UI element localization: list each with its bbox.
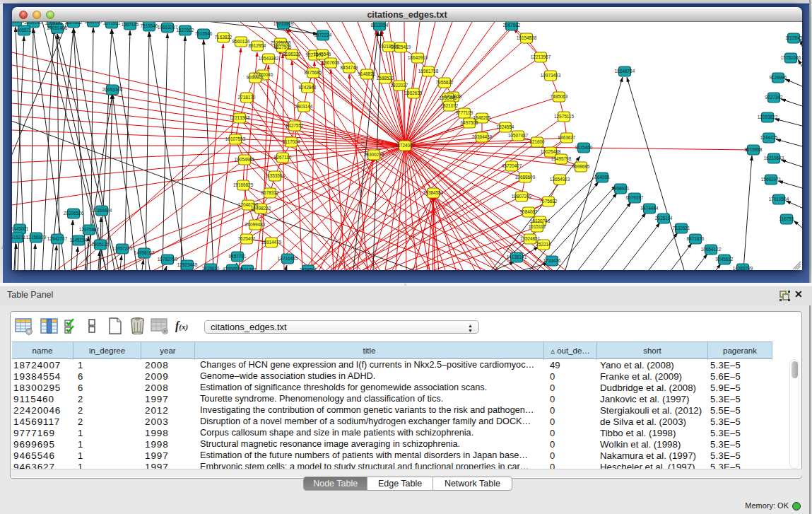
svg-text:14265799: 14265799 bbox=[733, 266, 753, 270]
svg-text:45720407: 45720407 bbox=[502, 163, 522, 168]
svg-text:9463627: 9463627 bbox=[558, 135, 576, 140]
svg-text:20053346: 20053346 bbox=[102, 87, 123, 92]
svg-text:6679197: 6679197 bbox=[626, 195, 644, 200]
svg-text:2803144: 2803144 bbox=[295, 104, 313, 109]
svg-text:13524851: 13524851 bbox=[520, 236, 541, 241]
svg-text:10973493: 10973493 bbox=[541, 73, 561, 78]
svg-text:14136141: 14136141 bbox=[507, 255, 527, 259]
svg-text:12942737: 12942737 bbox=[47, 236, 68, 241]
svg-text:2935114: 2935114 bbox=[655, 216, 673, 221]
svg-text:8267110: 8267110 bbox=[274, 155, 292, 160]
svg-text:7485063: 7485063 bbox=[551, 94, 568, 99]
svg-text:7632621: 7632621 bbox=[673, 226, 690, 230]
svg-text:11353594: 11353594 bbox=[265, 173, 285, 178]
svg-text:1527602: 1527602 bbox=[65, 22, 83, 25]
svg-text:12213967: 12213967 bbox=[531, 54, 551, 59]
svg-text:16648784: 16648784 bbox=[615, 69, 635, 74]
svg-text:9245612: 9245612 bbox=[716, 257, 734, 262]
svg-text:8958921: 8958921 bbox=[612, 186, 630, 191]
svg-text:9146821: 9146821 bbox=[358, 71, 376, 76]
svg-text:1733426: 1733426 bbox=[543, 258, 561, 263]
svg-text:18724007: 18724007 bbox=[395, 143, 416, 148]
svg-text:10107553: 10107553 bbox=[225, 136, 246, 141]
svg-text:20206526: 20206526 bbox=[64, 211, 84, 216]
svg-text:16782759: 16782759 bbox=[158, 257, 178, 262]
svg-text:8427552: 8427552 bbox=[286, 123, 304, 128]
svg-text:2458591: 2458591 bbox=[300, 267, 317, 270]
svg-text:13654923: 13654923 bbox=[550, 177, 570, 182]
svg-text:18807249: 18807249 bbox=[512, 194, 532, 199]
svg-text:20364439: 20364439 bbox=[472, 134, 493, 139]
svg-text:7625402: 7625402 bbox=[238, 236, 256, 241]
svg-text:1419610: 1419610 bbox=[202, 266, 220, 270]
svg-text:13325419: 13325419 bbox=[391, 45, 411, 49]
svg-text:12213303: 12213303 bbox=[230, 115, 250, 120]
svg-text:14958107: 14958107 bbox=[134, 250, 155, 255]
svg-text:6497503: 6497503 bbox=[461, 120, 478, 125]
svg-text:12093822: 12093822 bbox=[758, 115, 778, 119]
svg-text:13495798: 13495798 bbox=[551, 156, 572, 161]
svg-text:9227342: 9227342 bbox=[765, 95, 783, 100]
svg-text:621600: 621600 bbox=[529, 139, 545, 144]
svg-text:3572224: 3572224 bbox=[314, 33, 332, 37]
svg-text:10025488: 10025488 bbox=[541, 149, 561, 154]
svg-text:19384554: 19384554 bbox=[423, 190, 444, 195]
svg-text:8242848: 8242848 bbox=[299, 85, 317, 90]
svg-text:8912954: 8912954 bbox=[249, 43, 266, 48]
svg-text:12923448: 12923448 bbox=[177, 262, 198, 267]
svg-text:17359924: 17359924 bbox=[92, 208, 112, 213]
svg-text:3915211: 3915211 bbox=[12, 235, 26, 240]
svg-text:1615112: 1615112 bbox=[529, 224, 546, 229]
svg-text:18640910: 18640910 bbox=[408, 55, 428, 60]
svg-text:2367608: 2367608 bbox=[322, 60, 340, 65]
svg-text:1821072: 1821072 bbox=[441, 103, 459, 108]
svg-text:1145194: 1145194 bbox=[70, 238, 88, 243]
svg-text:10654122: 10654122 bbox=[701, 247, 722, 252]
svg-text:12156829: 12156829 bbox=[26, 235, 47, 240]
svg-text:252214: 252214 bbox=[536, 242, 551, 247]
svg-text:7515546: 7515546 bbox=[195, 31, 213, 36]
svg-text:7515546: 7515546 bbox=[141, 23, 158, 28]
svg-text:9129986: 9129986 bbox=[770, 75, 787, 80]
svg-text:9699695: 9699695 bbox=[572, 164, 590, 169]
svg-text:8678312: 8678312 bbox=[261, 190, 279, 195]
svg-text:7955822: 7955822 bbox=[436, 80, 454, 85]
svg-text:1244415: 1244415 bbox=[760, 135, 778, 140]
svg-text:1112843: 1112843 bbox=[785, 35, 802, 40]
svg-text:16033809: 16033809 bbox=[273, 22, 294, 26]
svg-text:8813054: 8813054 bbox=[371, 23, 389, 28]
svg-text:16961758: 16961758 bbox=[418, 69, 439, 74]
svg-text:8660124: 8660124 bbox=[233, 39, 250, 44]
svg-text:1824554: 1824554 bbox=[497, 124, 514, 129]
svg-text:116753: 116753 bbox=[779, 216, 794, 221]
svg-text:15692971: 15692971 bbox=[761, 177, 782, 182]
svg-text:9457791: 9457791 bbox=[229, 254, 247, 259]
svg-text:6466100: 6466100 bbox=[85, 22, 102, 24]
svg-text:20091406: 20091406 bbox=[47, 25, 68, 30]
svg-text:10688609: 10688609 bbox=[515, 175, 536, 180]
svg-text:25300273: 25300273 bbox=[364, 152, 384, 157]
svg-text:7163822: 7163822 bbox=[215, 35, 233, 40]
svg-text:8375685: 8375685 bbox=[305, 70, 322, 75]
svg-text:1822037: 1822037 bbox=[391, 83, 408, 88]
svg-text:17010504: 17010504 bbox=[769, 197, 789, 201]
svg-text:12975115: 12975115 bbox=[554, 114, 574, 119]
svg-text:10653287: 10653287 bbox=[158, 25, 178, 30]
svg-text:10507487: 10507487 bbox=[508, 133, 529, 138]
svg-text:3341057: 3341057 bbox=[239, 267, 257, 270]
svg-text:9084067: 9084067 bbox=[520, 209, 538, 214]
svg-text:19166825: 19166825 bbox=[233, 182, 254, 187]
svg-text:1545546: 1545546 bbox=[314, 52, 331, 57]
svg-text:14055714: 14055714 bbox=[14, 28, 35, 33]
svg-text:164095: 164095 bbox=[594, 175, 610, 180]
svg-text:9117004: 9117004 bbox=[283, 139, 300, 144]
svg-text:1405571: 1405571 bbox=[12, 22, 25, 23]
svg-text:15751046: 15751046 bbox=[781, 55, 801, 60]
svg-text:2905135: 2905135 bbox=[92, 242, 110, 247]
svg-text:8454749: 8454749 bbox=[341, 65, 358, 70]
svg-text:10543342: 10543342 bbox=[259, 56, 279, 61]
svg-text:1071911: 1071911 bbox=[103, 22, 121, 25]
svg-text:8186328: 8186328 bbox=[283, 52, 301, 57]
svg-text:1588520: 1588520 bbox=[377, 76, 394, 81]
svg-text:14498222: 14498222 bbox=[251, 206, 271, 211]
